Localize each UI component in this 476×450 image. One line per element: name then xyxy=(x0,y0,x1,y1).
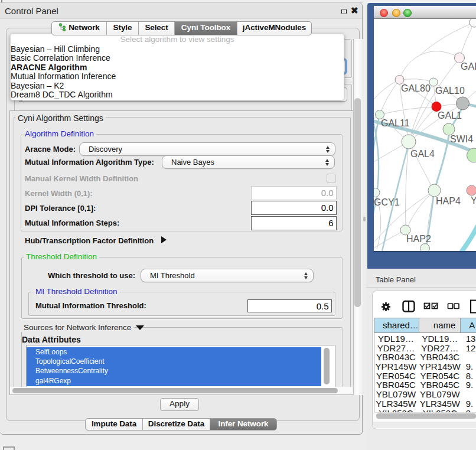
svg-text:HAP4: HAP4 xyxy=(436,196,461,206)
svg-text:GAL4: GAL4 xyxy=(410,149,435,159)
svg-text:SWI4: SWI4 xyxy=(450,134,473,144)
svg-text:GAL11: GAL11 xyxy=(381,118,410,128)
svg-text:GAL80: GAL80 xyxy=(461,61,476,71)
svg-text:YEL0: YEL0 xyxy=(471,195,476,206)
svg-text:GCY1: GCY1 xyxy=(374,197,400,207)
svg-text:GAL10: GAL10 xyxy=(435,86,465,96)
svg-text:GAL1: GAL1 xyxy=(438,110,462,120)
svg-text:GAL80: GAL80 xyxy=(401,83,431,93)
svg-text:HAP2: HAP2 xyxy=(406,234,431,244)
